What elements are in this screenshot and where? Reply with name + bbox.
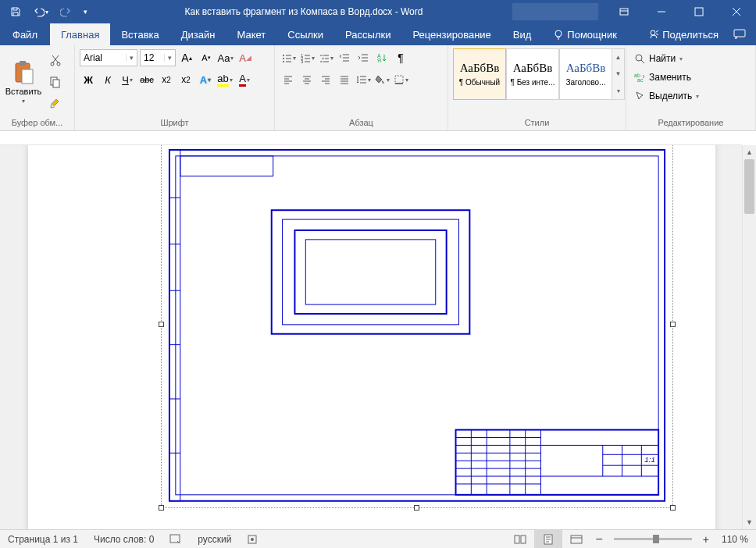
sort-icon: AЯ xyxy=(376,52,387,63)
numbering-icon: 123 xyxy=(300,52,311,63)
change-case-button[interactable]: Aa xyxy=(217,49,234,66)
format-painter-button[interactable] xyxy=(47,95,64,112)
decrease-indent-button[interactable] xyxy=(336,49,353,66)
font-color-button[interactable]: A xyxy=(236,71,253,88)
minimize-button[interactable] xyxy=(644,0,679,23)
copy-button[interactable] xyxy=(47,73,64,91)
gallery-more-button[interactable]: ▾ xyxy=(612,83,624,99)
chevron-down-icon[interactable]: ▾ xyxy=(164,54,175,62)
tab-view[interactable]: Вид xyxy=(502,23,543,45)
tab-design[interactable]: Дизайн xyxy=(170,23,226,45)
tab-insert[interactable]: Вставка xyxy=(110,23,169,45)
chevron-down-icon[interactable]: ▾ xyxy=(126,54,137,62)
bullets-icon xyxy=(281,52,292,63)
spellcheck-icon xyxy=(169,534,182,545)
shrink-font-button[interactable]: A▾ xyxy=(198,49,215,66)
svg-point-3 xyxy=(651,30,655,35)
clear-format-button[interactable]: A◢ xyxy=(237,49,254,66)
zoom-level[interactable]: 110 % xyxy=(714,530,756,548)
sort-button[interactable]: AЯ xyxy=(373,49,390,66)
svg-rect-61 xyxy=(521,536,526,543)
italic-button[interactable]: К xyxy=(99,71,116,88)
zoom-out-button[interactable]: − xyxy=(590,530,607,548)
increase-indent-button[interactable] xyxy=(355,49,372,66)
tab-file[interactable]: Файл xyxy=(0,23,50,45)
save-button[interactable] xyxy=(5,2,27,22)
share-button[interactable]: Поделиться xyxy=(642,23,725,45)
style-no-spacing[interactable]: АаБбВв¶ Без инте... xyxy=(506,48,559,100)
tell-me[interactable]: Помощник xyxy=(542,23,628,45)
shading-button[interactable] xyxy=(373,71,390,88)
gallery-up-button[interactable]: ▲ xyxy=(612,49,624,66)
bullets-button[interactable] xyxy=(280,49,297,66)
tab-layout[interactable]: Макет xyxy=(226,23,276,45)
justify-button[interactable] xyxy=(336,71,353,88)
multilevel-button[interactable] xyxy=(317,49,334,66)
ribbon-display-icon xyxy=(619,6,629,17)
align-right-button[interactable] xyxy=(317,71,334,88)
line-spacing-button[interactable] xyxy=(355,71,372,88)
replace-button[interactable]: abac Заменить xyxy=(631,69,702,86)
spellcheck-button[interactable] xyxy=(162,530,190,548)
tab-review[interactable]: Рецензирование xyxy=(401,23,501,45)
comments-button[interactable] xyxy=(731,26,748,43)
view-print-button[interactable] xyxy=(534,530,562,548)
maximize-button[interactable] xyxy=(681,0,717,23)
superscript-button[interactable]: x2 xyxy=(177,71,194,88)
user-account[interactable] xyxy=(512,3,598,20)
numbering-button[interactable]: 123 xyxy=(298,49,316,66)
show-marks-button[interactable]: ¶ xyxy=(392,49,409,66)
style-normal[interactable]: АаБбВв¶ Обычный xyxy=(453,48,506,100)
cut-icon xyxy=(49,54,62,66)
vertical-scrollbar[interactable]: ▲ ▼ xyxy=(742,145,756,529)
borders-button[interactable] xyxy=(392,71,409,88)
font-size-combo[interactable]: 12▾ xyxy=(140,49,176,66)
document-scroll[interactable]: 1:1 xyxy=(0,145,742,529)
object-selection[interactable]: 1:1 xyxy=(161,145,673,508)
subscript-button[interactable]: x2 xyxy=(158,71,175,88)
qat-customize-button[interactable]: ▾ xyxy=(80,2,91,22)
undo-button[interactable]: ▾ xyxy=(30,2,52,22)
scrollbar-thumb[interactable] xyxy=(744,159,754,214)
paste-button[interactable]: Вставить ▾ xyxy=(5,48,42,116)
highlight-button[interactable]: ab xyxy=(216,71,234,88)
horizontal-ruler[interactable] xyxy=(0,131,742,145)
language-indicator[interactable]: русский xyxy=(190,530,239,548)
find-button[interactable]: Найти▾ xyxy=(631,50,702,67)
align-center-button[interactable] xyxy=(298,71,316,88)
select-button[interactable]: Выделить▾ xyxy=(631,87,702,105)
svg-rect-20 xyxy=(395,76,403,84)
ribbon-options-button[interactable] xyxy=(606,0,642,23)
svg-rect-1 xyxy=(695,8,703,16)
view-web-button[interactable] xyxy=(562,530,590,548)
word-count[interactable]: Число слов: 0 xyxy=(86,530,162,548)
style-heading1[interactable]: АаБбВвЗаголово... xyxy=(559,48,612,100)
grow-font-button[interactable]: A▴ xyxy=(178,49,195,66)
maximize-icon xyxy=(694,7,704,16)
redo-button[interactable] xyxy=(55,2,77,22)
zoom-slider-thumb[interactable] xyxy=(653,535,659,543)
text-effects-button[interactable]: A xyxy=(197,71,214,88)
tab-home[interactable]: Главная xyxy=(50,23,110,45)
cut-button[interactable] xyxy=(47,52,64,69)
scroll-up-button[interactable]: ▲ xyxy=(743,145,756,159)
page-indicator[interactable]: Страница 1 из 1 xyxy=(0,530,86,548)
replace-icon: abac xyxy=(634,72,645,83)
zoom-slider[interactable] xyxy=(614,538,692,540)
resize-handle-mr[interactable] xyxy=(670,322,676,327)
gallery-down-button[interactable]: ▼ xyxy=(612,66,624,82)
tab-references[interactable]: Ссылки xyxy=(276,23,334,45)
close-button[interactable] xyxy=(719,0,754,23)
scroll-down-button[interactable]: ▼ xyxy=(743,515,756,529)
bold-button[interactable]: Ж xyxy=(80,71,97,88)
strike-button[interactable]: abc xyxy=(138,71,155,88)
scrollbar-track[interactable] xyxy=(743,159,756,515)
font-name-combo[interactable]: Arial▾ xyxy=(80,49,137,66)
resize-handle-br[interactable] xyxy=(670,505,676,511)
macro-button[interactable] xyxy=(239,530,266,548)
view-read-button[interactable] xyxy=(506,530,534,548)
tab-mailings[interactable]: Рассылки xyxy=(334,23,401,45)
align-left-button[interactable] xyxy=(280,71,297,88)
zoom-in-button[interactable]: + xyxy=(698,530,714,548)
underline-button[interactable]: Ч xyxy=(119,71,136,88)
